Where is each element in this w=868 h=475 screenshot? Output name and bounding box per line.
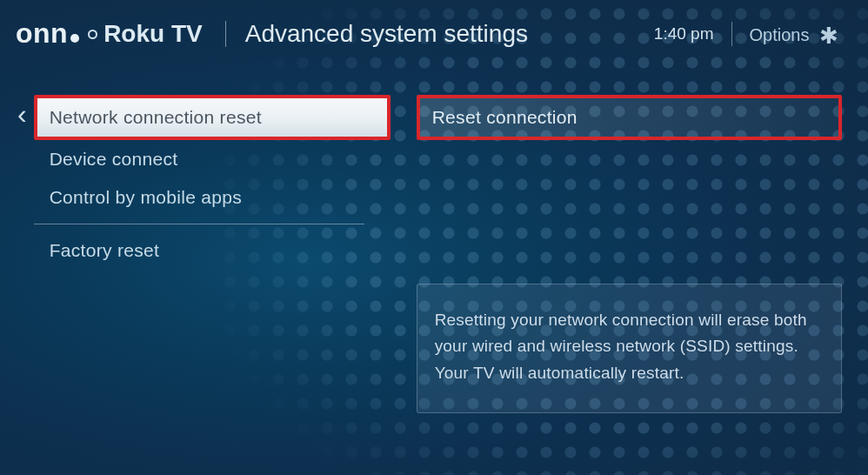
menu-item-device-connect[interactable]: Device connect [34, 140, 391, 178]
brand-circle-icon [88, 30, 97, 39]
menu-item-control-by-mobile-apps[interactable]: Control by mobile apps [34, 178, 391, 217]
header-separator [225, 21, 226, 47]
page-title: Advanced system settings [245, 20, 654, 48]
menu-divider [34, 224, 364, 224]
info-description: Resetting your network connection will e… [417, 284, 842, 413]
content-area: ‹ Network connection reset Device connec… [0, 69, 868, 413]
detail-column: Reset connection Resetting your network … [417, 95, 842, 413]
brand-roku-logo: Roku TV [103, 20, 203, 48]
options-button[interactable]: Options ✱ [750, 20, 839, 47]
asterisk-icon: ✱ [819, 23, 838, 49]
clock: 1:40 pm [654, 24, 714, 43]
menu-item-network-connection-reset[interactable]: Network connection reset [34, 95, 391, 140]
header-bar: onn Roku TV Advanced system settings 1:4… [0, 0, 868, 69]
back-chevron-icon[interactable]: ‹ [17, 98, 27, 413]
brand-onn-logo: onn [16, 17, 88, 50]
submenu-reset-connection[interactable]: Reset connection [417, 95, 842, 140]
header-separator-2 [731, 22, 732, 46]
settings-menu: Network connection reset Device connect … [34, 95, 391, 413]
menu-item-factory-reset[interactable]: Factory reset [34, 231, 391, 270]
